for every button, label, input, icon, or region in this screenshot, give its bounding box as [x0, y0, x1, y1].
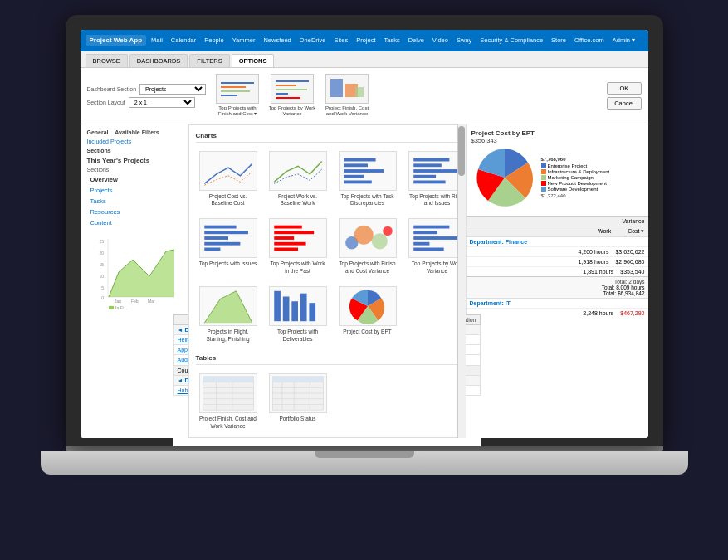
chart-thumb-deliverables: [269, 286, 327, 326]
svg-rect-53: [413, 242, 429, 246]
chart-item-issues[interactable]: Top Projects with Issues: [196, 215, 261, 278]
svg-text:Jan: Jan: [115, 299, 121, 304]
svg-rect-36: [204, 226, 236, 229]
ribbon-chart-1[interactable]: Top Projects with Finish and Cost ▾: [213, 74, 262, 117]
svg-text:Feb: Feb: [131, 299, 139, 304]
tables-grid: Project Finish, Cost and Work Variance: [196, 370, 458, 433]
nav-security[interactable]: Security & Compliance: [476, 35, 546, 46]
tables-section-title: Tables: [196, 354, 458, 365]
svg-rect-34: [413, 174, 436, 178]
laptop-container: Project Web App Mail Calendar People Yam…: [24, 15, 705, 546]
section-layout-select[interactable]: 2 x 1: [129, 97, 195, 108]
nav-admin[interactable]: Admin ▾: [609, 35, 638, 46]
nav-officecom[interactable]: Office.com: [571, 35, 608, 46]
sidebar-item-overview[interactable]: Overview: [87, 174, 181, 185]
svg-rect-6: [276, 89, 307, 90]
nav-people[interactable]: People: [201, 35, 227, 46]
chart-thumb-task-disc: [339, 151, 397, 191]
chart-thumb-flight: [199, 286, 257, 326]
sidebar-included-projects[interactable]: Included Projects: [87, 139, 181, 144]
chart-item-work-baseline[interactable]: Project Work vs. Baseline Work: [266, 148, 330, 211]
svg-rect-39: [204, 242, 240, 246]
svg-rect-79: [272, 377, 323, 382]
sidebar-item-content[interactable]: Content: [87, 217, 181, 228]
svg-rect-0: [221, 82, 254, 84]
svg-rect-2: [221, 90, 250, 92]
chart-item-task-disc[interactable]: Top Projects with Task Discrepancies: [335, 148, 400, 211]
ribbon-chart-3[interactable]: Project Finish, Cost and Work Variance: [322, 74, 372, 117]
svg-rect-40: [204, 248, 220, 251]
ribbon-chart-2[interactable]: Top Projects by Work Variance: [267, 74, 317, 117]
content-area: Charts Project Cost vs. Ba: [188, 124, 466, 438]
svg-text:In Fl...: In Fl...: [115, 305, 127, 309]
legend-npd: New Product Development: [541, 181, 643, 186]
svg-rect-59: [300, 294, 306, 322]
screen: Project Web App Mail Calendar People Yam…: [81, 30, 648, 438]
chart-thumb-work-past: [269, 218, 327, 258]
nav-mail[interactable]: Mail: [148, 35, 166, 46]
table-item-portfolio[interactable]: Portfolio Status: [266, 370, 330, 433]
app-brand[interactable]: Project Web App: [86, 35, 147, 46]
chart-label-finish-cost: Top Projects with Finish and Cost Varian…: [339, 261, 397, 275]
nav-sway[interactable]: Sway: [453, 35, 475, 46]
scrollbar-track[interactable]: [457, 124, 466, 438]
chart-thumb-ept: [339, 286, 397, 326]
svg-rect-9: [330, 79, 343, 97]
sidebar-mini-chart: 25 20 15 10 5 0 Jan Feb Mar: [87, 235, 181, 311]
nav-video[interactable]: Video: [429, 35, 452, 46]
nav-yammer[interactable]: Yammer: [229, 35, 259, 46]
tab-options[interactable]: OPTIONS: [232, 54, 275, 67]
chart-item-work-past[interactable]: Top Projects with Work in the Past: [266, 215, 330, 278]
chart-label-deliverables: Top Projects with Deliverables: [269, 329, 327, 343]
chart-item-flight[interactable]: Projects in Flight, Starting, Finishing: [196, 283, 261, 346]
table-thumb-finish-cost: [199, 373, 257, 413]
sidebar-year-title: This Year's Projects: [87, 157, 181, 164]
table-label-finish-cost: Project Finish, Cost and Work Variance: [199, 416, 257, 430]
nav-newsfeed[interactable]: Newsfeed: [260, 35, 294, 46]
sidebar-item-projects[interactable]: Projects: [87, 185, 181, 196]
tab-dashboards[interactable]: DASHBOARDS: [129, 54, 188, 67]
nav-tasks[interactable]: Tasks: [380, 35, 403, 46]
sidebar-tab-filters[interactable]: Available Filters: [115, 129, 159, 135]
tab-filters[interactable]: FILTERS: [189, 54, 229, 67]
svg-rect-1: [221, 86, 246, 88]
nav-sites[interactable]: Sites: [330, 35, 351, 46]
laptop-base: [41, 451, 688, 475]
cancel-button[interactable]: Cancel: [607, 97, 641, 110]
svg-rect-37: [204, 231, 248, 235]
svg-rect-41: [274, 226, 302, 229]
svg-text:10: 10: [99, 274, 104, 279]
table-item-finish-cost[interactable]: Project Finish, Cost and Work Variance: [196, 370, 261, 433]
chart-item-deliverables[interactable]: Top Projects with Deliverables: [266, 283, 330, 346]
legend-npd-label: New Product Development: [548, 181, 607, 186]
nav-project[interactable]: Project: [353, 35, 379, 46]
scrollbar-thumb[interactable]: [458, 126, 465, 176]
charts-grid: Project Cost vs. Baseline Cost Project: [196, 148, 458, 347]
svg-rect-27: [344, 163, 368, 167]
chart-label-work-baseline: Project Work vs. Baseline Work: [269, 193, 327, 207]
sidebar-item-tasks[interactable]: Tasks: [87, 196, 181, 207]
ept-chart-total: $356,343: [471, 137, 643, 144]
it-row-1: 2,248 hours $467,280: [467, 308, 648, 318]
sidebar-tab-general[interactable]: General: [87, 129, 109, 135]
ribbon-chart-label-2: Top Projects by Work Variance: [267, 105, 317, 117]
finance-row-3-work: 1,891 hours: [583, 269, 613, 275]
sidebar-item-resources[interactable]: Resources: [87, 207, 181, 217]
dashboard-section-select[interactable]: Projects: [139, 84, 206, 95]
variance-cost-header: Cost ▾: [628, 228, 644, 235]
nav-calendar[interactable]: Calendar: [168, 35, 199, 46]
chart-item-ept[interactable]: Project Cost by EPT: [335, 283, 400, 346]
chart-thumb-cost-baseline: [199, 151, 257, 191]
svg-text:25: 25: [99, 239, 104, 244]
legend-npd-color: [541, 181, 546, 186]
nav-delve[interactable]: Delve: [405, 35, 428, 46]
tab-browse[interactable]: BROWSE: [86, 54, 128, 67]
dept-it-right: Department: IT: [467, 298, 648, 308]
nav-store[interactable]: Store: [548, 35, 569, 46]
nav-onedrive[interactable]: OneDrive: [296, 35, 330, 46]
ok-button[interactable]: OK: [607, 82, 641, 95]
legend-id-label: Infrastructure & Deployment: [548, 169, 610, 174]
chart-item-finish-cost[interactable]: Top Projects with Finish and Cost Varian…: [335, 215, 400, 278]
chart-item-cost-baseline[interactable]: Project Cost vs. Baseline Cost: [196, 148, 261, 211]
svg-rect-50: [413, 226, 449, 229]
